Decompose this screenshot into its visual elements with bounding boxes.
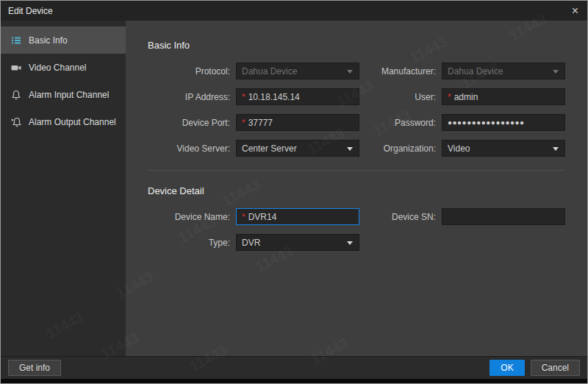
password-input[interactable]: ●●●●●●●●●●●●●●●● bbox=[442, 114, 565, 131]
video-server-value: Center Server bbox=[242, 143, 297, 154]
get-info-button[interactable]: Get info bbox=[8, 360, 61, 376]
organization-select[interactable]: Video bbox=[442, 140, 565, 157]
password-value: ●●●●●●●●●●●●●●●● bbox=[448, 118, 525, 127]
alarm-bell-output-icon bbox=[10, 116, 22, 128]
protocol-label: Protocol: bbox=[148, 66, 236, 77]
user-label: User: bbox=[359, 92, 442, 102]
password-label: Password: bbox=[359, 118, 442, 128]
user-input[interactable]: * admin bbox=[442, 88, 565, 105]
device-port-value: 37777 bbox=[248, 118, 273, 128]
ok-button[interactable]: OK bbox=[490, 360, 524, 376]
device-detail-section-title: Device Detail bbox=[148, 185, 565, 196]
dialog-title: Edit Device bbox=[8, 6, 53, 16]
chevron-down-icon bbox=[347, 241, 353, 245]
chevron-down-icon bbox=[553, 70, 559, 74]
form-row: Device Name: * DVR14 Device SN: bbox=[148, 208, 565, 225]
form-row: IP Address: * 10.18.145.14 User: * admin bbox=[148, 88, 565, 105]
device-name-label: Device Name: bbox=[148, 212, 236, 222]
form-row: Protocol: Dahua Device Manufacturer: Dah… bbox=[148, 63, 565, 79]
ip-address-input[interactable]: * 10.18.145.14 bbox=[236, 88, 359, 105]
protocol-select[interactable]: Dahua Device bbox=[236, 63, 359, 79]
footer-bar: Get info OK Cancel bbox=[1, 356, 587, 379]
sidebar-item-alarm-input-channel[interactable]: Alarm Input Channel bbox=[1, 81, 126, 108]
video-server-label: Video Server: bbox=[148, 143, 236, 154]
device-name-value: DVR14 bbox=[248, 212, 277, 222]
manufacturer-value: Dahua Device bbox=[448, 66, 503, 77]
dialog-body: Basic Info Video Channel Alarm Input Cha… bbox=[1, 21, 587, 356]
required-marker: * bbox=[242, 92, 245, 102]
basic-info-section-title: Basic Info bbox=[148, 40, 565, 51]
device-sn-input[interactable] bbox=[442, 208, 565, 225]
device-port-label: Device Port: bbox=[148, 118, 236, 128]
type-select[interactable]: DVR bbox=[236, 234, 359, 251]
main-panel: Basic Info Protocol: Dahua Device Manufa… bbox=[126, 21, 587, 356]
video-camera-icon bbox=[10, 62, 22, 74]
sidebar: Basic Info Video Channel Alarm Input Cha… bbox=[1, 21, 126, 356]
manufacturer-label: Manufacturer: bbox=[359, 66, 442, 77]
sidebar-item-label: Alarm Input Channel bbox=[29, 90, 109, 100]
manufacturer-select[interactable]: Dahua Device bbox=[442, 63, 565, 79]
list-icon bbox=[10, 35, 22, 46]
protocol-value: Dahua Device bbox=[242, 66, 297, 77]
cancel-button[interactable]: Cancel bbox=[531, 360, 580, 376]
edit-device-dialog: Edit Device × Basic Info Video Channel bbox=[0, 0, 588, 384]
title-bar: Edit Device × bbox=[1, 1, 587, 21]
user-value: admin bbox=[454, 92, 478, 102]
ip-address-label: IP Address: bbox=[148, 92, 236, 102]
form-row: Type: DVR bbox=[148, 234, 565, 251]
ip-address-value: 10.18.145.14 bbox=[248, 92, 300, 102]
sidebar-item-video-channel[interactable]: Video Channel bbox=[1, 54, 126, 81]
form-row: Device Port: * 37777 Password: ●●●●●●●●●… bbox=[148, 114, 565, 131]
bottom-strip bbox=[1, 379, 587, 384]
organization-label: Organization: bbox=[359, 143, 442, 154]
sidebar-item-label: Alarm Output Channel bbox=[29, 117, 116, 127]
chevron-down-icon bbox=[553, 147, 559, 151]
chevron-down-icon bbox=[347, 147, 353, 151]
device-sn-label: Device SN: bbox=[359, 212, 442, 222]
required-marker: * bbox=[242, 118, 245, 128]
required-marker: * bbox=[448, 92, 451, 102]
organization-value: Video bbox=[448, 143, 470, 154]
type-value: DVR bbox=[242, 238, 260, 248]
device-name-input[interactable]: * DVR14 bbox=[236, 208, 359, 225]
sidebar-item-label: Basic Info bbox=[29, 35, 68, 46]
device-port-input[interactable]: * 37777 bbox=[236, 114, 359, 131]
form-row: Video Server: Center Server Organization… bbox=[148, 140, 565, 157]
sidebar-item-alarm-output-channel[interactable]: Alarm Output Channel bbox=[1, 108, 126, 135]
required-marker: * bbox=[242, 212, 245, 222]
close-icon[interactable]: × bbox=[570, 5, 580, 17]
video-server-select[interactable]: Center Server bbox=[236, 140, 359, 157]
section-divider bbox=[148, 170, 565, 171]
sidebar-item-basic-info[interactable]: Basic Info bbox=[1, 26, 126, 54]
sidebar-item-label: Video Channel bbox=[29, 63, 87, 73]
type-label: Type: bbox=[148, 238, 236, 248]
chevron-down-icon bbox=[347, 70, 353, 74]
alarm-bell-icon bbox=[10, 89, 22, 101]
